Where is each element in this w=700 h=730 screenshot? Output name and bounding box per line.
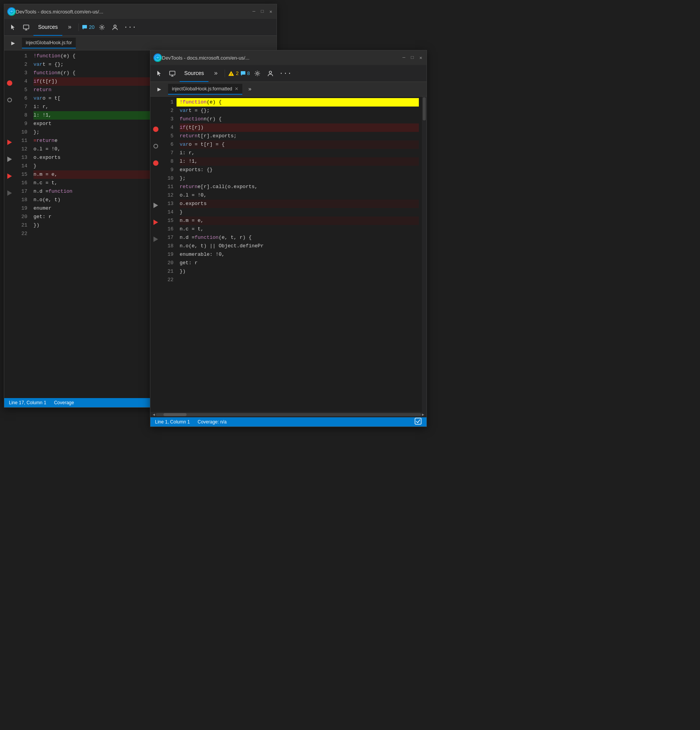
code-line-front-21: }) <box>180 267 419 276</box>
bp-line3-back[interactable] <box>4 70 15 79</box>
bp-line7-back[interactable] <box>4 104 15 113</box>
bp-line11-back[interactable] <box>4 138 15 147</box>
scrollbar-thumb-front[interactable] <box>423 97 426 120</box>
bp-line2-back[interactable] <box>4 62 15 70</box>
bp-f9[interactable] <box>150 167 161 176</box>
close-button-front[interactable]: ✕ <box>418 55 423 60</box>
cursor-tool-btn-back[interactable] <box>7 22 19 33</box>
code-line-front-7: i: r, <box>180 149 419 157</box>
file-tab-close-front[interactable]: ✕ <box>235 86 238 92</box>
badge-messages-count-front: 8 <box>247 70 250 76</box>
svg-text:!: ! <box>231 72 232 76</box>
bp-f11[interactable] <box>150 184 161 193</box>
scrollbar-horizontal-front[interactable]: ◀ ▶ <box>150 412 427 417</box>
bp-line1-back[interactable] <box>4 53 15 62</box>
file-tab-back[interactable]: injectGlobalHook.js:for <box>22 38 76 48</box>
screen-tool-btn-front[interactable] <box>167 68 178 79</box>
bp-line5-back[interactable] <box>4 87 15 96</box>
bp-f2[interactable] <box>150 108 161 117</box>
code-line-front-3: function n(r) { <box>180 115 419 123</box>
bp-line6-back[interactable] <box>4 96 15 104</box>
bp-f7[interactable] <box>150 150 161 159</box>
more-btn-front[interactable]: ··· <box>279 70 292 77</box>
bp-f14[interactable] <box>150 210 161 218</box>
gear-btn-front[interactable] <box>252 68 263 79</box>
status-position-back: Line 17, Column 1 <box>9 400 46 405</box>
warning-badge-front: ! 2 <box>228 70 238 76</box>
svg-point-5 <box>114 25 116 27</box>
bp-f8[interactable] <box>150 159 161 167</box>
file-tab-front[interactable]: injectGlobalHook.js:formatted ✕ <box>168 84 242 95</box>
bp-dot-6-back <box>7 98 12 102</box>
code-line-front-17: n.d = function(e, t, r) { <box>180 233 419 242</box>
edge-icon-front <box>153 53 162 62</box>
bp-f15[interactable] <box>150 218 161 227</box>
minimize-button-back[interactable]: ─ <box>251 9 257 14</box>
bp-f1[interactable] <box>150 100 161 108</box>
more-btn-back[interactable]: ··· <box>124 23 136 31</box>
svg-rect-2 <box>23 25 29 29</box>
bp-f6[interactable] <box>150 142 161 150</box>
code-lines-front: !function(e) { var t = {}; function n(r)… <box>177 97 422 412</box>
bp-arrow-17-back <box>7 190 12 196</box>
bp-line12-back[interactable] <box>4 147 15 155</box>
breakpoints-col-front <box>150 97 161 412</box>
screen-tool-btn-back[interactable] <box>20 22 32 33</box>
bp-f13[interactable] <box>150 201 161 210</box>
bp-line16-back[interactable] <box>4 180 15 189</box>
line-numbers-back: 12345 678910 1112131415 1617181920 2122 <box>15 50 30 398</box>
scrollbar-h-thumb[interactable] <box>163 413 187 416</box>
title-bar-controls-back: ─ □ ✕ <box>251 9 273 14</box>
svg-point-11 <box>256 72 258 74</box>
bp-f17[interactable] <box>150 235 161 243</box>
tab-sources-back[interactable]: Sources <box>33 19 62 36</box>
badge-warning-count-front: 2 <box>236 70 238 76</box>
svg-rect-3 <box>82 25 87 28</box>
sidebar-toggle-back[interactable]: ▶ <box>7 38 19 48</box>
breakpoints-col-back <box>4 50 15 398</box>
code-editor-front: 12345 678910 1112131415 1617181920 2122 … <box>150 97 422 412</box>
minimize-button-front[interactable]: ─ <box>401 55 407 60</box>
bp-line8-back[interactable] <box>4 113 15 121</box>
status-coverage-back: Coverage <box>54 400 74 405</box>
bp-f12[interactable] <box>150 193 161 201</box>
scroll-right-arrow[interactable]: ▶ <box>421 412 425 417</box>
code-line-front-14: } <box>180 208 419 217</box>
chevron-right-back[interactable]: » <box>64 22 75 33</box>
cursor-tool-btn-front[interactable] <box>153 68 165 79</box>
breakpoint-dot-4-back <box>7 80 12 86</box>
bp-f4[interactable] <box>150 125 161 133</box>
bp-dot-front-6 <box>153 144 158 148</box>
chevron-right-front[interactable]: » <box>210 68 222 79</box>
gear-btn-back[interactable] <box>96 22 108 33</box>
bp-f3[interactable] <box>150 117 161 125</box>
scrollbar-vertical-front[interactable] <box>422 97 427 412</box>
code-line-front-8: l: !1, <box>180 157 419 166</box>
bp-f5[interactable] <box>150 133 161 142</box>
bp-f10[interactable] <box>150 176 161 184</box>
bp-line10-back[interactable] <box>4 130 15 138</box>
sidebar-toggle-front[interactable]: ▶ <box>153 84 165 95</box>
bp-line15-back[interactable] <box>4 172 15 180</box>
bp-arrow-13-back <box>7 157 12 162</box>
svg-rect-10 <box>241 71 245 75</box>
scroll-left-arrow[interactable]: ◀ <box>152 412 156 417</box>
maximize-button-back[interactable]: □ <box>260 9 265 14</box>
person-btn-front[interactable] <box>265 68 276 79</box>
bp-f16[interactable] <box>150 227 161 235</box>
edge-icon-back <box>7 7 16 16</box>
code-line-front-4: if (t[r]) <box>180 123 419 132</box>
bp-line14-back[interactable] <box>4 163 15 172</box>
person-btn-back[interactable] <box>109 22 121 33</box>
bp-line17-back[interactable] <box>4 189 15 197</box>
bp-line13-back[interactable] <box>4 155 15 163</box>
maximize-button-front[interactable]: □ <box>410 55 415 60</box>
bp-line4-back[interactable] <box>4 79 15 87</box>
file-tab-more-front[interactable]: » <box>245 85 255 94</box>
bp-line9-back[interactable] <box>4 121 15 130</box>
tab-sources-front[interactable]: Sources <box>180 65 208 82</box>
title-bar-controls-front: ─ □ ✕ <box>401 55 423 60</box>
file-tab-bar-back: ▶ injectGlobalHook.js:for <box>4 36 277 50</box>
close-button-back[interactable]: ✕ <box>268 9 273 14</box>
code-line-front-15: n.m = e, <box>180 217 419 225</box>
